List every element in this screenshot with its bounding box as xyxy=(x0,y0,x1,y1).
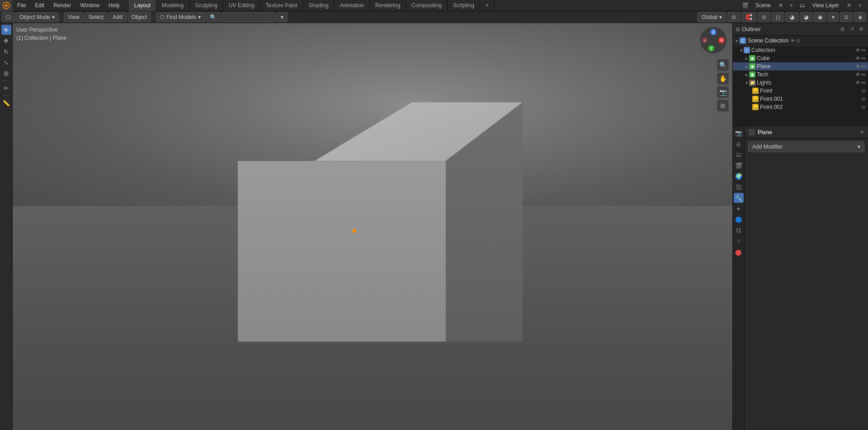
tech-eye[interactable]: 👁 xyxy=(855,72,860,78)
tech-arrow[interactable]: ▸ xyxy=(745,72,748,77)
viewport-shading-wire[interactable]: ◻ xyxy=(772,12,784,22)
rotate-tool[interactable]: ↻ xyxy=(1,47,11,56)
plane-eye[interactable]: 👁 xyxy=(855,64,860,70)
point002-eye[interactable]: ⊙ xyxy=(861,104,865,110)
viewport-shading-material[interactable]: ◕ xyxy=(800,12,812,22)
camera-icon[interactable]: 📷 xyxy=(717,86,729,98)
transform-pivot-btn[interactable]: ⊙ xyxy=(727,12,740,22)
add-view-layer-icon[interactable]: + xyxy=(855,1,864,10)
collection-eye[interactable]: 👁 xyxy=(855,47,860,53)
plane-row[interactable]: ▸ ▣ Plane 👁 ↬ xyxy=(733,62,868,70)
annotate-tool[interactable]: ✏ xyxy=(1,83,11,93)
plane-filter[interactable]: ↬ xyxy=(861,64,865,70)
scene-settings-icon[interactable]: ✕ xyxy=(776,1,785,10)
menu-window[interactable]: Window xyxy=(75,0,104,11)
cube-row[interactable]: ▸ ▣ Cube 👁 ↬ xyxy=(733,54,868,62)
menu-render[interactable]: Render xyxy=(49,0,75,11)
prop-tab-output[interactable]: 🖨 xyxy=(734,139,744,149)
scale-tool[interactable]: ⤡ xyxy=(1,57,11,67)
cube-filter[interactable]: ↬ xyxy=(861,56,865,61)
cube-arrow[interactable]: ▸ xyxy=(745,56,748,61)
search-input-btn[interactable] xyxy=(222,12,276,22)
zoom-camera-icon[interactable]: 🔍 xyxy=(717,59,729,71)
lights-eye[interactable]: 👁 xyxy=(855,80,860,86)
cursor-tool[interactable]: ✛ xyxy=(1,25,11,35)
tab-add[interactable]: + xyxy=(480,0,495,11)
outliner-sync-btn[interactable]: ↺ xyxy=(848,25,856,33)
add-menu-btn[interactable]: Add xyxy=(108,12,126,22)
measure-tool[interactable]: 📏 xyxy=(1,98,11,108)
tech-filter[interactable]: ↬ xyxy=(861,72,865,78)
dropdown-btn[interactable]: ▾ xyxy=(277,12,288,22)
tab-scripting[interactable]: Scripting xyxy=(448,0,480,11)
cube-eye[interactable]: 👁 xyxy=(855,56,860,61)
menu-file[interactable]: File xyxy=(13,0,30,11)
add-modifier-button[interactable]: Add Modifier ▾ xyxy=(748,141,864,152)
viewport-settings-btn[interactable]: ▾ xyxy=(828,12,839,22)
prop-tab-render[interactable]: 📷 xyxy=(734,128,744,138)
prop-tab-modifier[interactable]: 🔧 xyxy=(734,193,744,203)
point001-eye[interactable]: ⊙ xyxy=(861,96,865,102)
view-layer-name[interactable]: View Layer xyxy=(809,2,843,9)
collection-arrow[interactable]: ▾ xyxy=(740,48,742,53)
view-menu-btn[interactable]: View xyxy=(64,12,84,22)
outliner-filter-btn[interactable]: ⊞ xyxy=(838,25,846,33)
nav-x-axis[interactable]: X xyxy=(718,37,725,43)
add-scene-icon[interactable]: + xyxy=(787,1,796,10)
hand-tool-icon[interactable]: ✋ xyxy=(717,73,729,84)
scene-coll-eye[interactable]: 👁 xyxy=(790,38,795,44)
snapping-btn[interactable]: 🧲 xyxy=(741,12,756,22)
lights-row[interactable]: ▾ 📁 Lights 👁 ↬ xyxy=(733,79,868,87)
point001-row[interactable]: 💡 Point.001 ⊙ xyxy=(733,95,868,103)
navigation-gizmo[interactable]: Z X Y x xyxy=(700,27,727,54)
transform-global-btn[interactable]: Global ▾ xyxy=(698,12,726,22)
move-tool[interactable]: ✥ xyxy=(1,36,11,46)
viewport-shading-render[interactable]: ◉ xyxy=(814,12,826,22)
tab-uv-editing[interactable]: UV Editing xyxy=(223,0,260,11)
prop-tab-physics[interactable]: 🔵 xyxy=(734,215,744,224)
prop-tab-world[interactable]: 🌍 xyxy=(734,171,744,181)
tab-animation[interactable]: Animation xyxy=(335,0,370,11)
view-layer-settings-icon[interactable]: ✕ xyxy=(844,1,854,10)
nav-y-axis[interactable]: Y xyxy=(708,45,714,51)
plane-arrow[interactable]: ▸ xyxy=(745,64,748,69)
scene-coll-filter[interactable]: ⊙ xyxy=(796,38,800,44)
menu-edit[interactable]: Edit xyxy=(30,0,49,11)
tab-modeling[interactable]: Modeling xyxy=(156,0,190,11)
collection-row[interactable]: ▾ C Collection 👁 ↬ xyxy=(733,46,868,54)
scene-collection-row[interactable]: ▾ C Scene Collection 👁 ⊙ xyxy=(733,36,868,46)
proportional-btn[interactable]: ⊙ xyxy=(758,12,770,22)
tab-shading[interactable]: Shading xyxy=(303,0,335,11)
prop-tab-constraints[interactable]: ⛓ xyxy=(734,225,744,235)
viewport-shading-solid[interactable]: ◕ xyxy=(786,12,798,22)
xray-btn[interactable]: ◈ xyxy=(854,12,866,22)
prop-tab-scene[interactable]: 🎬 xyxy=(734,160,744,170)
nav-z-axis[interactable]: Z xyxy=(710,29,717,35)
overlay-btn[interactable]: ⊙ xyxy=(840,12,853,22)
point002-row[interactable]: 💡 Point.002 ⊙ xyxy=(733,103,868,111)
find-models-btn[interactable]: ⬡ Find Models ▾ xyxy=(156,12,204,22)
prop-tab-object-data[interactable]: ▽ xyxy=(734,236,744,246)
prop-tab-object[interactable]: ⬛ xyxy=(734,182,744,192)
tab-sculpting[interactable]: Sculpting xyxy=(190,0,223,11)
viewport[interactable]: User Perspective (1) Collection | Plane … xyxy=(13,23,732,430)
grid-icon[interactable]: ⊞ xyxy=(717,100,729,112)
select-menu-btn[interactable]: Select xyxy=(85,12,108,22)
lights-filter[interactable]: ↬ xyxy=(861,80,865,86)
menu-help[interactable]: Help xyxy=(104,0,124,11)
collection-filter[interactable]: ↬ xyxy=(861,47,865,53)
editor-type-btn[interactable]: ⬡ xyxy=(2,12,14,22)
scene-name[interactable]: Scene xyxy=(752,2,774,9)
object-mode-btn[interactable]: Object Mode ▾ xyxy=(15,12,59,22)
search-btn[interactable]: 🔍 xyxy=(206,12,221,22)
nav-x-neg-axis[interactable]: x xyxy=(702,37,708,43)
point-row[interactable]: 💡 Point ⊙ xyxy=(733,87,868,95)
props-header-pin[interactable]: ✕ xyxy=(860,129,864,136)
tab-compositing[interactable]: Compositing xyxy=(406,0,448,11)
prop-tab-material[interactable]: ⬤ xyxy=(734,247,744,257)
prop-tab-view-layer[interactable]: 🗂 xyxy=(734,150,744,159)
scene-coll-arrow[interactable]: ▾ xyxy=(736,38,738,43)
tab-rendering[interactable]: Rendering xyxy=(370,0,406,11)
outliner-settings-btn[interactable]: ⚙ xyxy=(857,25,865,33)
object-menu-btn[interactable]: Object xyxy=(127,12,151,22)
